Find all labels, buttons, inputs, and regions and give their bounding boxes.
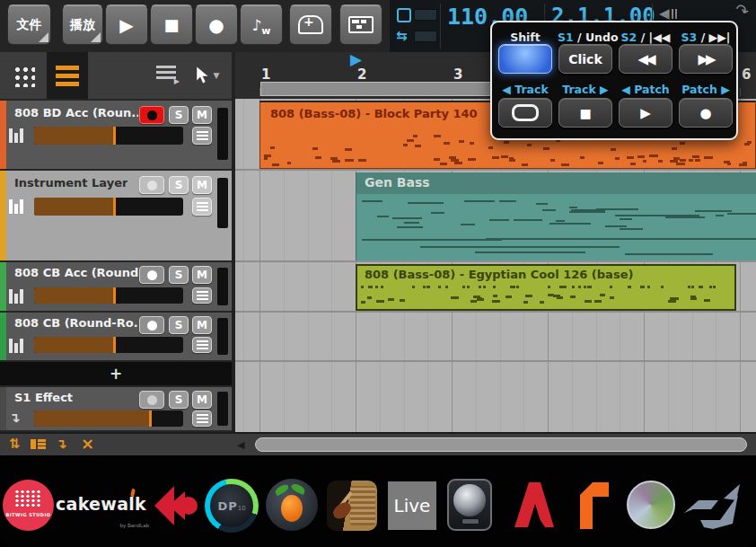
track-row-instrument-layer[interactable]: Instrument Layer S M — [0, 171, 232, 260]
track-color-strip — [0, 171, 6, 260]
volume-fill — [34, 287, 116, 304]
shift-button[interactable] — [498, 44, 552, 74]
track-menu-button[interactable] — [192, 337, 212, 353]
record-arm-button[interactable] — [139, 266, 164, 284]
solo-button[interactable]: S — [169, 391, 189, 409]
swap-vertical-icon[interactable]: ⇅ — [9, 436, 21, 452]
volume-slider[interactable] — [34, 410, 183, 427]
record-button[interactable]: ● — [195, 4, 238, 45]
dock-icon-red-a-daw[interactable] — [508, 479, 557, 531]
s2-prev-header: S2 / |◀◀ — [621, 31, 671, 44]
clip-egyptian-cool[interactable]: 808 (Bass-08) - Egyptian Cool 126 (base) — [356, 264, 736, 311]
swap-arrows-icon[interactable]: ⇆ — [396, 30, 408, 43]
playhead-marker[interactable]: ▶ — [350, 50, 362, 68]
track-name[interactable]: S1 Effect — [14, 391, 73, 404]
dp-sublabel: 10 — [238, 505, 246, 512]
return-to-start-icon[interactable]: ◀ — [659, 5, 677, 22]
rewind-icon: ◀◀ — [637, 51, 653, 67]
volume-slider[interactable] — [34, 198, 183, 216]
track-list: 808 BD Acc (Roun... S M Instrument Layer… — [0, 99, 232, 432]
track-name[interactable]: Instrument Layer — [14, 176, 127, 190]
midi-notes-preview — [357, 266, 734, 309]
add-track-label: + — [110, 365, 122, 383]
note-w-icon: ♪w — [251, 16, 270, 34]
track-row-s1-effect[interactable]: S1 Effect S M ↴ — [0, 387, 232, 430]
volume-slider[interactable] — [34, 337, 183, 353]
record-arm-button[interactable] — [139, 176, 164, 194]
record-arm-button[interactable] — [139, 316, 164, 334]
record-arm-button[interactable] — [139, 391, 164, 409]
dock-icon-logic-pro[interactable] — [447, 479, 492, 531]
play-transport-button[interactable]: ▶ — [619, 98, 672, 128]
track-menu-button[interactable] — [192, 198, 212, 216]
close-x-icon[interactable]: × — [81, 434, 94, 453]
track-row-808-cb-acc[interactable]: 808 CB Acc (Round... S M — [0, 262, 232, 311]
mute-button[interactable]: M — [192, 266, 212, 284]
track-row-808-cb-round[interactable]: 808 CB (Round-Ro... S M — [0, 313, 232, 360]
mute-button[interactable]: M — [192, 391, 212, 409]
record-dot-icon — [147, 110, 157, 120]
daw-window: 文件 播放 ▶ ■ ● ♪w ⇆ 110.00 — [0, 0, 756, 547]
fast-forward-button[interactable]: ▶▶ — [679, 44, 733, 74]
vu-meter — [217, 178, 228, 228]
track-menu-button[interactable] — [192, 410, 212, 427]
remote-control-overlay: Shift S1 / Undo S2 / |◀◀ S3 / ▶▶| Click … — [490, 21, 738, 140]
play-menu-button[interactable]: 播放 — [62, 4, 103, 45]
dock-icon-digital-performer[interactable]: DP 10 — [205, 479, 259, 533]
mute-button[interactable]: M — [192, 176, 212, 194]
dock-icon-fl-studio[interactable] — [266, 479, 318, 531]
add-track-button[interactable]: + — [0, 362, 232, 385]
record-transport-button[interactable]: ● — [679, 98, 733, 128]
redo-arrow-icon[interactable]: ↷ — [733, 0, 751, 22]
dock-icon-reason[interactable] — [571, 481, 612, 529]
click-button[interactable]: Click — [558, 44, 612, 74]
automation-lines-icon[interactable]: ▶ — [156, 66, 178, 82]
pointer-tool-button[interactable]: ▼ — [185, 55, 230, 96]
play-button[interactable]: ▶ — [105, 4, 148, 45]
dock-icon-garageband[interactable] — [327, 481, 377, 531]
midi-write-button[interactable]: ♪w — [240, 4, 283, 45]
loop-mode-icon[interactable] — [397, 8, 411, 22]
dock-icon-cubase[interactable] — [153, 481, 203, 531]
mute-button[interactable]: M — [192, 316, 212, 334]
record-arm-button[interactable] — [139, 106, 164, 124]
layout-toggle-button[interactable] — [339, 4, 382, 45]
scroll-left-arrow[interactable]: ◀ — [237, 439, 244, 451]
horizontal-scrollbar[interactable] — [255, 437, 747, 452]
ruler-bar-3: 3 — [453, 66, 462, 83]
clip-gen-bass[interactable]: Gen Bass — [356, 172, 756, 260]
stop-button[interactable]: ■ — [150, 4, 193, 45]
lane-separator — [235, 311, 756, 313]
track-menu-button[interactable] — [192, 127, 212, 145]
dock-icon-reaper[interactable] — [627, 481, 675, 529]
solo-button[interactable]: S — [169, 106, 189, 124]
solo-button[interactable]: S — [169, 176, 189, 194]
track-name[interactable]: 808 BD Acc (Roun... — [14, 106, 138, 119]
mute-button[interactable]: M — [192, 106, 212, 124]
mixer-grid-icon[interactable] — [13, 65, 35, 87]
loop-button[interactable] — [498, 98, 552, 128]
cursor-arrow-icon — [196, 66, 210, 84]
dock-icon-ableton-live[interactable]: Live — [388, 481, 436, 530]
track-row-808-bd-acc[interactable]: 808 BD Acc (Roun... S M — [0, 101, 232, 169]
bottom-utility-bar: ⇅ ↴ × ◀ — [0, 432, 756, 455]
dock-icon-bitwig-studio[interactable]: BITWIG STUDIO — [3, 480, 54, 531]
volume-slider[interactable] — [34, 287, 183, 304]
dock-icon-angular-gray-daw[interactable] — [684, 482, 740, 529]
stop-transport-button[interactable]: ■ — [558, 98, 612, 128]
dock-icon-cakewalk[interactable]: cakewalk by BandLab — [56, 494, 151, 523]
track-menu-button[interactable] — [192, 287, 212, 304]
file-menu-button[interactable]: 文件 — [7, 4, 51, 45]
arranger-view-tab[interactable] — [47, 52, 88, 99]
record-dot-icon — [147, 321, 157, 331]
track-name[interactable]: 808 CB Acc (Round... — [14, 266, 138, 279]
solo-button[interactable]: S — [169, 316, 189, 334]
volume-slider[interactable] — [34, 127, 183, 145]
metronome-button[interactable] — [289, 4, 332, 45]
rewind-button[interactable]: ◀◀ — [619, 44, 672, 74]
metronome-icon — [298, 15, 323, 34]
curve-arrow-icon[interactable]: ↴ — [56, 436, 67, 452]
track-name[interactable]: 808 CB (Round-Ro... — [14, 316, 138, 330]
solo-button[interactable]: S — [169, 266, 189, 284]
dp-dial-icon: DP 10 — [210, 484, 253, 527]
